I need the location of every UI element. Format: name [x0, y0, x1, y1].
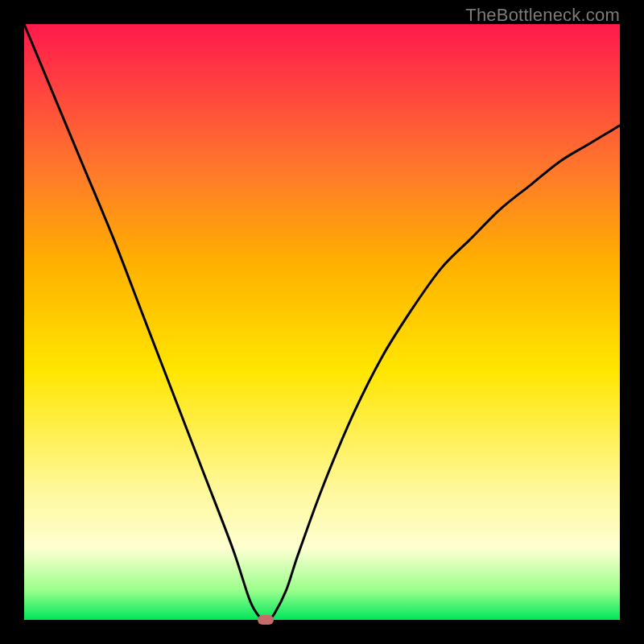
optimal-point-marker	[258, 615, 274, 625]
watermark-text: TheBottleneck.com	[465, 5, 620, 26]
curve-svg	[24, 24, 620, 620]
plot-area	[24, 24, 620, 620]
chart-frame: TheBottleneck.com	[0, 0, 644, 644]
bottleneck-curve	[24, 24, 620, 620]
